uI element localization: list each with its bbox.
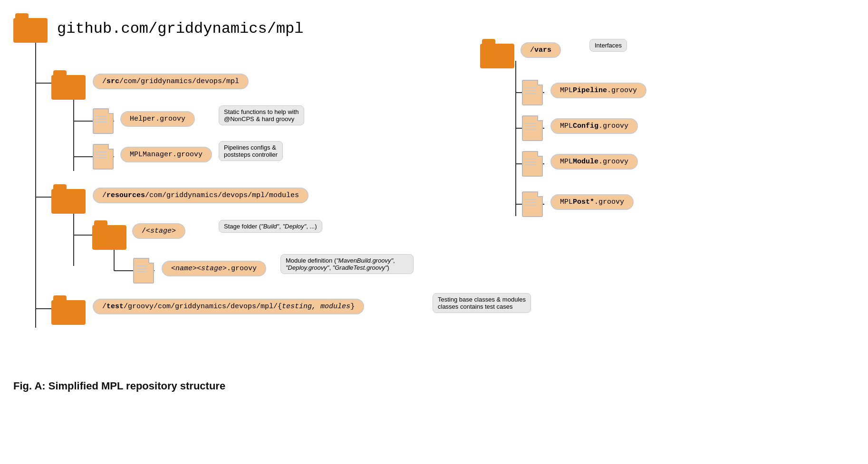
helper-callout: Static functions to help with@NonCPS & h… <box>219 105 304 125</box>
module-callout: Module definition ("MavenBuild.groovy", … <box>280 254 414 274</box>
main-title: github.com/griddynamics/mpl <box>57 20 303 38</box>
mplmodule-label: MPLModule.groovy <box>550 154 638 170</box>
helper-label: Helper.groovy <box>120 111 195 127</box>
resources-folder-label: /resources/com/griddynamics/devops/mpl/m… <box>93 188 309 203</box>
test-folder-label: /test/groovy/com/griddynamics/devops/mpl… <box>93 299 364 314</box>
caption: Fig. A: Simplified MPL repository struct… <box>13 380 225 392</box>
mplmodule-doc-icon <box>522 151 545 181</box>
mplpipeline-doc-icon <box>522 80 545 110</box>
stage-folder-icon <box>92 220 126 252</box>
mplpipeline-label: MPLPipeline.groovy <box>550 83 646 98</box>
mplpost-doc-icon <box>522 191 545 221</box>
vars-callout: Interfaces <box>589 39 627 52</box>
vars-folder-icon <box>480 39 514 71</box>
mplpost-label: MPLPost*.groovy <box>550 194 634 210</box>
test-callout: Testing base classes & modulesclasses co… <box>433 293 531 313</box>
root-folder <box>13 13 48 45</box>
mplconfig-doc-icon <box>522 115 545 145</box>
src-folder-label: /src/com/griddynamics/devops/mpl <box>93 74 249 89</box>
module-label: <name><stage>.groovy <box>162 261 266 276</box>
mplmanager-doc-icon <box>93 144 116 174</box>
module-doc-icon <box>133 258 156 288</box>
mplmanager-callout: Pipelines configs &poststeps controller <box>219 141 283 161</box>
test-folder-icon <box>51 295 86 327</box>
src-folder-icon <box>51 70 86 102</box>
resources-folder-icon <box>51 184 86 216</box>
stage-folder-label: /<stage> <box>132 223 185 239</box>
helper-doc-icon <box>93 108 116 138</box>
vars-folder-label: /vars <box>521 42 561 58</box>
mplmanager-label: MPLManager.groovy <box>120 147 212 162</box>
stage-callout: Stage folder ("Build", "Deploy", ...) <box>219 220 322 233</box>
mplconfig-label: MPLConfig.groovy <box>550 118 638 134</box>
